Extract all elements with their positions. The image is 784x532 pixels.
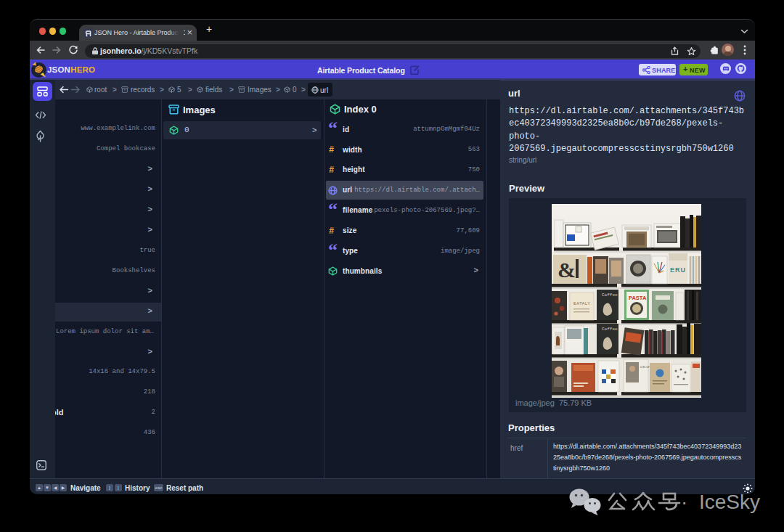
svg-text:PASTA: PASTA — [629, 295, 647, 301]
svg-text:&: & — [558, 258, 576, 282]
svg-text:ERU: ERU — [670, 266, 686, 274]
svg-text:Coffee: Coffee — [602, 292, 618, 298]
svg-text:EATALY: EATALY — [573, 301, 590, 306]
svg-text:Coffee: Coffee — [602, 327, 618, 332]
